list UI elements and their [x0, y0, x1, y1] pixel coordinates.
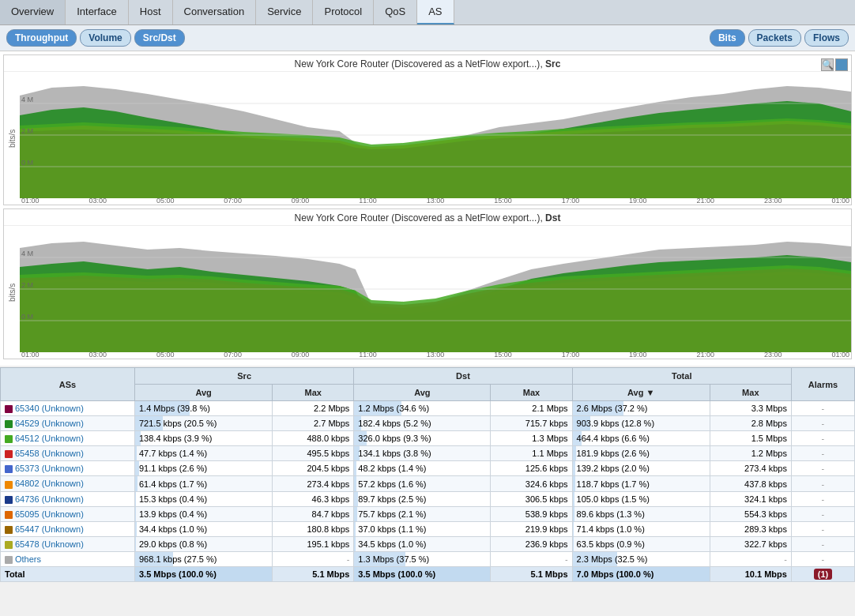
src-avg-bar: [135, 522, 137, 536]
as-name-label[interactable]: 65458 (Unknown): [15, 449, 84, 458]
sub-nav: Throughput Volume Src/Dst Bits Packets F…: [0, 25, 855, 51]
src-max: 273.4 kbps: [273, 476, 354, 491]
src-avg: 138.4 kbps (3.9 %): [135, 431, 273, 446]
nav-interface[interactable]: Interface: [66, 0, 129, 24]
dst-max: 306.5 kbps: [491, 491, 572, 506]
col-tot-max[interactable]: Max: [710, 385, 791, 401]
as-name-label[interactable]: 64802 (Unknown): [15, 479, 84, 488]
tot-max: 10.1 Mbps: [710, 567, 791, 582]
tot-avg-bar: [573, 537, 574, 551]
as-color-dot: [5, 420, 13, 428]
btn-packets[interactable]: Packets: [748, 29, 801, 47]
nav-protocol[interactable]: Protocol: [313, 0, 374, 24]
table-body: 65340 (Unknown)1.4 Mbps (39.8 %)2.2 Mbps…: [1, 401, 855, 582]
col-tot-avg[interactable]: Avg ▼: [572, 385, 710, 401]
tot-avg-text: 2.3 Mbps (32.5 %): [577, 554, 648, 564]
as-name-label[interactable]: 64512 (Unknown): [15, 434, 84, 443]
src-avg: 3.5 Mbps (100.0 %): [135, 567, 273, 582]
nav-overview[interactable]: Overview: [0, 0, 66, 24]
chart-dst: New York Core Router (Discovered as a Ne…: [3, 208, 852, 359]
src-max: 488.0 kbps: [273, 431, 354, 446]
as-name-label[interactable]: 65373 (Unknown): [15, 464, 84, 473]
dst-max: 1.1 Mbps: [491, 446, 572, 461]
col-src-max[interactable]: Max: [273, 385, 354, 401]
src-max: 84.7 kbps: [273, 506, 354, 521]
btn-bits[interactable]: Bits: [710, 29, 745, 47]
chart-bar-icon[interactable]: [835, 58, 848, 71]
tot-avg: 63.5 kbps (0.9 %): [572, 536, 710, 551]
src-avg-bar: [135, 537, 136, 551]
nav-service[interactable]: Service: [256, 0, 313, 24]
tot-avg-text: 181.9 kbps (2.6 %): [577, 449, 650, 458]
dst-avg-text: 182.4 kbps (5.2 %): [358, 419, 431, 428]
as-color-dot: [5, 435, 13, 443]
src-max: 204.5 kbps: [273, 461, 354, 476]
src-avg-text: 1.4 Mbps (39.8 %): [139, 404, 210, 413]
dst-avg: 1.3 Mbps (37.5 %): [354, 551, 491, 566]
dst-avg: 182.4 kbps (5.2 %): [354, 416, 491, 431]
chart-src-icons: 🔍: [821, 58, 848, 71]
src-avg-bar: [135, 507, 136, 521]
dst-avg: 326.0 kbps (9.3 %): [354, 431, 491, 446]
col-src-avg[interactable]: Avg: [135, 385, 273, 401]
as-name-label[interactable]: 65095 (Unknown): [15, 509, 84, 519]
dst-avg: 34.5 kbps (1.0 %): [354, 536, 491, 551]
as-color-dot: [5, 405, 13, 413]
col-header-total-group: Total: [572, 368, 791, 385]
table-row: 65458 (Unknown)47.7 kbps (1.4 %)495.5 kb…: [1, 446, 855, 461]
svg-text:0 M: 0 M: [21, 159, 33, 167]
col-dst-avg[interactable]: Avg: [354, 385, 491, 401]
src-avg-bar: [135, 492, 136, 506]
as-color-dot: [5, 481, 13, 489]
src-avg: 47.7 kbps (1.4 %): [135, 446, 273, 461]
col-header-dst-group: Dst: [354, 368, 572, 385]
dst-avg: 48.2 kbps (1.4 %): [354, 461, 491, 476]
dst-avg-text: 75.7 kbps (2.1 %): [358, 509, 426, 519]
svg-text:0 M: 0 M: [21, 313, 33, 321]
btn-volume[interactable]: Volume: [80, 29, 130, 47]
col-header-alarms: Alarms: [791, 368, 854, 401]
src-avg: 34.4 kbps (1.0 %): [135, 521, 273, 536]
tot-max: 1.2 Mbps: [710, 446, 791, 461]
table-row: Total3.5 Mbps (100.0 %)5.1 Mbps3.5 Mbps …: [1, 567, 855, 582]
tot-avg-text: 63.5 kbps (0.9 %): [577, 539, 645, 549]
tot-avg-text: 71.4 kbps (1.0 %): [577, 524, 645, 534]
btn-flows[interactable]: Flows: [804, 29, 849, 47]
nav-conversation[interactable]: Conversation: [173, 0, 257, 24]
btn-srcdst[interactable]: Src/Dst: [134, 29, 185, 47]
top-nav: Overview Interface Host Conversation Ser…: [0, 0, 855, 25]
nav-qos[interactable]: QoS: [374, 0, 417, 24]
svg-text:4 M: 4 M: [21, 250, 33, 257]
dst-max: 219.9 kbps: [491, 521, 572, 536]
chart-src-title: New York Core Router (Discovered as a Ne…: [4, 55, 851, 72]
nav-host[interactable]: Host: [129, 0, 173, 24]
as-name-label[interactable]: 65340 (Unknown): [15, 404, 84, 413]
col-dst-max[interactable]: Max: [491, 385, 572, 401]
tot-max: 273.4 kbps: [710, 461, 791, 476]
chart-zoom-icon[interactable]: 🔍: [821, 58, 834, 71]
as-name-label[interactable]: 65447 (Unknown): [15, 524, 84, 534]
tot-avg-text: 7.0 Mbps (100.0 %): [577, 569, 654, 579]
tot-max: 2.8 Mbps: [710, 416, 791, 431]
btn-throughput[interactable]: Throughput: [6, 29, 77, 47]
as-name-label[interactable]: 64736 (Unknown): [15, 494, 84, 504]
as-name-label[interactable]: 64529 (Unknown): [15, 419, 84, 428]
tot-avg: 139.2 kbps (2.0 %): [572, 461, 710, 476]
dst-avg-text: 34.5 kbps (1.0 %): [358, 539, 426, 549]
alarm-cell: -: [791, 446, 854, 461]
tot-avg: 2.6 Mbps (37.2 %): [572, 401, 710, 416]
as-name-label[interactable]: 65478 (Unknown): [15, 539, 84, 549]
as-name-label[interactable]: Others: [15, 554, 41, 564]
dst-avg-bar: [354, 492, 357, 506]
tot-avg-bar: [573, 522, 574, 536]
svg-text:2 M: 2 M: [21, 281, 33, 289]
nav-as[interactable]: AS: [417, 0, 454, 24]
as-name-cell: Others: [1, 551, 135, 566]
tot-max: -: [710, 551, 791, 566]
src-max: 180.8 kbps: [273, 521, 354, 536]
dst-avg-bar: [354, 507, 357, 521]
dst-avg: 3.5 Mbps (100.0 %): [354, 567, 491, 582]
alarm-badge[interactable]: (1): [814, 569, 832, 580]
table-row: 64802 (Unknown)61.4 kbps (1.7 %)273.4 kb…: [1, 476, 855, 491]
dst-max: 1.3 Mbps: [491, 431, 572, 446]
